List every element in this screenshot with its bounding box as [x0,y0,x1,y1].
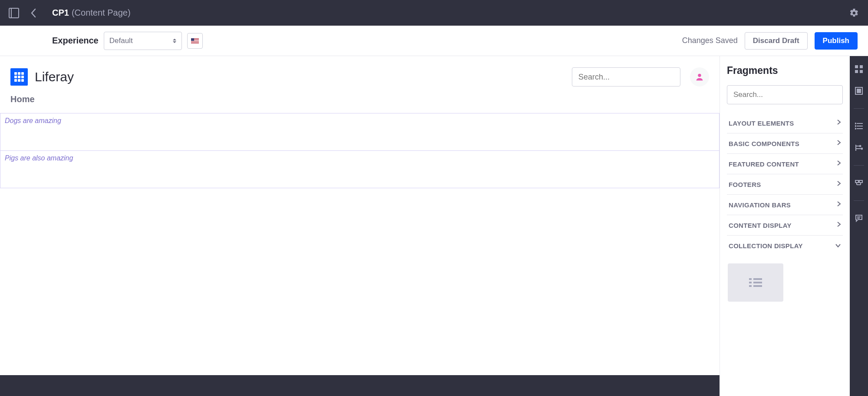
svg-point-24 [860,146,861,147]
chevron-right-icon [837,140,841,147]
block-text: Pigs are also amazing [5,154,73,162]
svg-rect-14 [857,89,861,93]
fragment-item-collection-display[interactable] [728,263,783,302]
flag-us-icon [191,38,199,43]
site-header: Liferay [0,56,719,91]
user-icon [695,72,704,82]
svg-rect-11 [855,70,858,73]
experience-select[interactable]: Default [104,32,182,50]
chevron-right-icon [837,160,841,168]
svg-rect-3 [749,278,752,280]
publish-button[interactable]: Publish [815,32,858,50]
experience-bar: Experience Default Changes Saved Discard… [0,26,868,56]
tool-page-structure-icon[interactable] [854,143,864,153]
locale-button[interactable] [187,33,203,49]
chevron-down-icon [835,242,841,250]
nav-row: Home [0,91,719,113]
right-toolbar [850,56,868,396]
tool-page-design-icon[interactable] [854,178,864,188]
fragment-category[interactable]: LAYOUT ELEMENTS [727,113,843,133]
site-search[interactable] [572,67,680,87]
content-block[interactable]: Dogs are amazing [0,113,719,151]
app-header: CP1 (Content Page) [0,0,868,26]
svg-rect-8 [753,285,762,287]
gear-icon[interactable] [849,8,859,18]
fragments-search-input[interactable] [727,85,843,104]
svg-rect-4 [753,278,762,280]
panel-toggle-icon[interactable] [9,8,19,18]
svg-rect-9 [855,65,858,68]
svg-rect-5 [749,282,752,283]
block-text: Dogs are amazing [5,117,61,124]
chevron-right-icon [837,180,841,188]
page-canvas: Liferay Home Dogs are amazing Pigs are a… [0,56,719,396]
content-block[interactable]: Pigs are also amazing [0,151,719,188]
site-logo[interactable] [10,68,28,86]
fragment-category[interactable]: FOOTERS [727,174,843,195]
search-input[interactable] [578,73,679,82]
svg-point-25 [861,148,863,150]
chevron-right-icon [837,119,841,127]
tool-fragments-icon[interactable] [854,64,864,74]
fragment-category[interactable]: CONTENT DISPLAY [727,215,843,236]
tool-contents-icon[interactable] [854,121,864,131]
select-caret-icon [173,39,176,43]
svg-rect-7 [749,285,752,287]
page-title-name: CP1 [52,8,69,18]
discard-draft-button[interactable]: Discard Draft [745,32,808,50]
chevron-right-icon [837,221,841,229]
svg-rect-26 [855,180,858,183]
svg-rect-6 [753,282,762,283]
svg-rect-10 [860,65,863,68]
svg-point-20 [855,128,856,129]
tool-comments-icon[interactable] [854,213,864,223]
page-title: CP1 (Content Page) [52,8,131,18]
fragments-panel: Fragments LAYOUT ELEMENTS BASIC COMPONEN… [719,56,850,396]
tool-widgets-icon[interactable] [854,86,864,96]
chevron-right-icon [837,201,841,209]
site-name: Liferay [35,70,74,84]
site-footer: Powered By Liferay [0,375,719,396]
back-button[interactable] [27,7,40,20]
page-title-type: (Content Page) [72,8,131,18]
user-avatar[interactable] [690,67,709,87]
list-icon [748,277,763,288]
experience-selected: Default [109,37,133,45]
svg-point-18 [855,123,856,124]
fragment-category[interactable]: COLLECTION DISPLAY [727,236,843,256]
nav-home[interactable]: Home [10,94,35,104]
fragment-category[interactable]: BASIC COMPONENTS [727,133,843,154]
fragment-category[interactable]: NAVIGATION BARS [727,195,843,215]
experience-label: Experience [52,36,99,46]
svg-point-19 [855,126,856,126]
svg-rect-27 [859,180,862,183]
svg-rect-12 [860,70,863,73]
fragments-title: Fragments [727,65,843,77]
saved-status: Changes Saved [682,36,738,45]
fragment-category[interactable]: FEATURED CONTENT [727,154,843,174]
svg-point-2 [698,74,701,77]
